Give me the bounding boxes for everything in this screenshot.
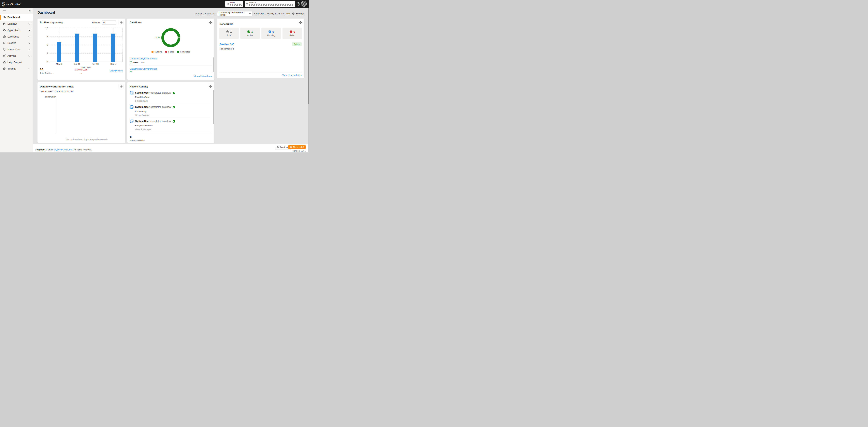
tenant-selector[interactable]: Tenant (225, 1, 243, 7)
empty-chart-plot-area (57, 97, 117, 134)
sidebar-item-activate[interactable]: Activate (0, 53, 33, 59)
list-scrollbar[interactable] (213, 90, 214, 124)
bar-chart-icon (130, 119, 133, 123)
activity-action: completed dataflow (151, 106, 171, 108)
x-axis-tick: May 3 (50, 63, 68, 65)
user-avatar[interactable] (301, 1, 307, 7)
scheduler-stats-row: 1 Total 1 Active 0 Running (219, 28, 302, 39)
gear-icon (3, 67, 6, 70)
view-profiles-link[interactable]: View Profiles (110, 69, 123, 72)
page-scrollbar[interactable] (308, 8, 309, 152)
legend-item-completed: Completed (177, 51, 190, 53)
master-data-select[interactable]: Community 360 (Default Profile) (217, 11, 252, 16)
master-data-selected-value: Community 360 (Default Profile) (219, 11, 249, 16)
headset-icon (290, 146, 292, 148)
legend-swatch-completed (177, 51, 179, 53)
database-icon (246, 3, 248, 5)
headset-icon (3, 61, 6, 64)
trademark-mark: ™ (20, 3, 21, 4)
stat-value-running: 0 (273, 30, 274, 33)
sidebar-item-label: Dataflow (7, 23, 17, 25)
sidebar-item-dataflow[interactable]: Dataflow (0, 21, 33, 27)
sidebar-item-help-support[interactable]: Help+Support (0, 59, 33, 66)
bar-jun-11[interactable] (75, 34, 79, 62)
legend-swatch-failed (165, 51, 167, 53)
chevron-down-icon (28, 68, 30, 69)
dataflow-link[interactable]: DatabricksSQLWarehouse (130, 67, 212, 70)
cube-icon (3, 35, 6, 38)
drag-handle-icon[interactable] (208, 20, 213, 25)
bar-nov-18[interactable] (93, 34, 97, 62)
chevron-down-icon (28, 23, 30, 25)
list-scrollbar[interactable] (213, 57, 214, 72)
activity-dataflow-name: Community (135, 110, 211, 113)
profiles-card-subtitle: (Top trending) (51, 21, 63, 24)
bar-dec-8[interactable] (111, 34, 115, 62)
filter-by-label: Filter by: (92, 21, 100, 24)
stat-tile-total: 1 Total (219, 28, 239, 39)
contribution-card: Dataflow contribution index Last updated… (37, 82, 125, 143)
dataflow-status: New (133, 61, 138, 63)
page-scrollbar-thumb[interactable] (308, 8, 309, 104)
y-axis-category-label: community (45, 95, 56, 98)
filter-input[interactable] (102, 21, 116, 25)
sidebar-item-applications[interactable]: Applications (0, 27, 33, 34)
profiles-bar-chart: 12 9 6 3 0 May 3 Jun 11 (37, 26, 125, 69)
top-header-bar: S skyStudio™ Tenant Instance ? (0, 0, 309, 8)
need-help-button[interactable]: Need help? (288, 145, 306, 149)
drag-handle-icon[interactable] (119, 20, 123, 25)
bar-may-3[interactable] (57, 42, 61, 62)
speech-bubble-icon (277, 146, 279, 148)
scheduler-name-link[interactable]: Resident 360 (220, 43, 234, 46)
tenant-label: Tenant (230, 2, 242, 3)
sidebar-item-resolve[interactable]: Resolve (0, 40, 33, 47)
drag-handle-icon[interactable] (119, 84, 123, 89)
hamburger-menu-icon[interactable] (3, 10, 6, 12)
logo-orange-dot (4, 6, 4, 7)
instance-selector[interactable]: Instance (245, 1, 295, 7)
stat-tile-running: 0 Running (261, 28, 281, 39)
feedback-button-label: Feedback (280, 146, 289, 148)
check-circle-icon (173, 106, 175, 109)
help-icon[interactable]: ? (297, 2, 300, 5)
drag-handle-icon[interactable] (208, 84, 213, 89)
brand-name: skyStudio™ (6, 0, 21, 8)
tenant-value-redacted (230, 4, 242, 6)
activity-user: System User (135, 91, 150, 94)
schedulers-card-title: Schedulers (220, 23, 234, 26)
view-all-dataflows-link[interactable]: View all dataflows (194, 75, 212, 77)
x-axis-label: Non null and non duplicate profile recor… (45, 138, 128, 141)
stat-tile-active: 1 Active (240, 28, 260, 39)
loss-delta: -0 (67, 72, 95, 75)
settings-button[interactable]: Settings (292, 12, 304, 15)
divider (130, 104, 211, 104)
activity-action: completed dataflow (151, 120, 171, 122)
brand-logo[interactable]: S skyStudio™ (2, 0, 21, 8)
dataflow-link[interactable]: DatabricksSQLWarehouse (130, 57, 212, 60)
scheduler-status-badge: Active (292, 42, 302, 46)
company-link[interactable]: Skypoint Cloud, Inc. (54, 148, 73, 151)
bar-chart-icon (130, 91, 133, 94)
play-circle-icon (268, 30, 272, 33)
gauge-icon (3, 16, 6, 19)
drag-handle-icon[interactable] (298, 20, 303, 25)
legend-label: Running (154, 51, 162, 53)
x-axis-ticks: May 3 Jun 11 Nov 18 Dec 8 (50, 63, 122, 65)
collapse-sidebar-icon[interactable]: « (29, 9, 31, 12)
sync-arrows-icon (3, 41, 6, 45)
activity-time: 12 months ago (135, 114, 211, 116)
dataflows-card: Dataflows 100% Running Failed (127, 19, 214, 80)
view-all-schedulers-link[interactable]: View all schedulers (282, 74, 302, 77)
activity-count: 8 (130, 135, 131, 138)
x-axis-tick: Jun 11 (68, 63, 86, 65)
sidebar-item-dashboard[interactable]: Dashboard (0, 14, 33, 21)
chevron-down-icon (28, 36, 30, 37)
sidebar-item-settings[interactable]: Settings (0, 65, 33, 72)
main-content: Dashboard Select Master Data Community 3… (33, 8, 309, 152)
copyright-text: Copyright © 2025 Skypoint Cloud, Inc.. A… (35, 148, 92, 151)
last-login-text: Last login: Dec 03, 2025, 3:41 PM (254, 12, 290, 15)
last-updated-text: Last updated : 12/09/24, 04:44 AM (40, 90, 73, 93)
sidebar-item-lakehouse[interactable]: Lakehouse (0, 34, 33, 40)
legend-item-failed: Failed (165, 51, 174, 53)
sidebar-item-master-data[interactable]: Master Data (0, 47, 33, 53)
